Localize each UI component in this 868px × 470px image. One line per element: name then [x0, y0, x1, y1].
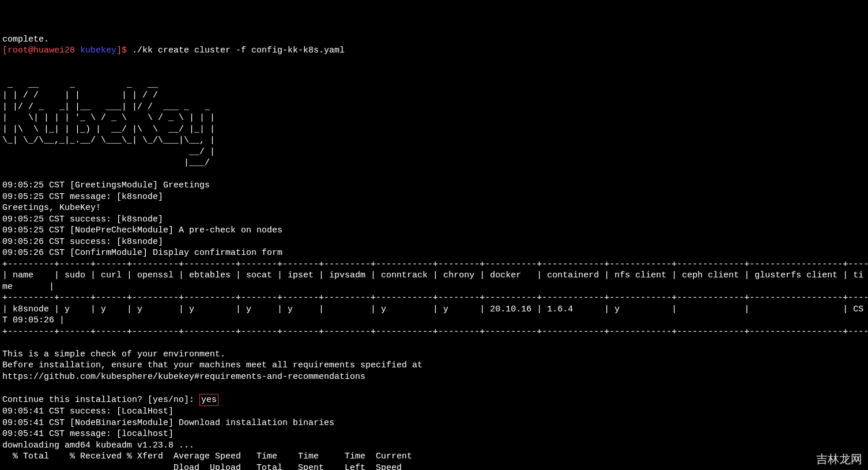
- info-line: https://github.com/kubesphere/kubekey#re…: [2, 372, 365, 382]
- log-line: 09:05:41 CST [NodeBinariesModule] Downlo…: [2, 418, 334, 428]
- log-line: downloading amd64 kubeadm v1.23.8 ...: [2, 441, 194, 450]
- prompt-user-host: [root@huawei28: [2, 46, 80, 55]
- log-line: 09:05:25 CST [NodePreCheckModule] A pre-…: [2, 225, 282, 235]
- table-row: | k8snode | y | y | y | y | y | y | | y …: [2, 304, 863, 314]
- info-line: This is a simple check of your environme…: [2, 349, 225, 359]
- table-header-wrap: me |: [2, 282, 54, 292]
- curl-header: Dload Upload Total Spent Left Speed: [2, 463, 402, 471]
- curl-header: % Total % Received % Xferd Average Speed…: [2, 452, 412, 461]
- log-line: 09:05:25 CST message: [k8snode]: [2, 192, 163, 202]
- log-line: 09:05:25 CST [GreetingsModule] Greetings: [2, 181, 210, 190]
- prompt-cwd: kubekey: [80, 46, 116, 55]
- watermark: 吉林龙网: [816, 452, 862, 467]
- info-line: Before installation, ensure that your ma…: [2, 360, 422, 370]
- truncated-line: complete.: [2, 35, 49, 44]
- log-line: 09:05:25 CST success: [k8snode]: [2, 215, 163, 224]
- command-text: ./kk create cluster -f config-kk-k8s.yam…: [132, 46, 345, 55]
- confirm-prompt: Continue this installation? [yes/no]:: [2, 395, 199, 405]
- terminal-output[interactable]: complete. [root@huawei28 kubekey]$ ./kk …: [0, 34, 868, 471]
- log-line: Greetings, KubeKey!: [2, 203, 101, 213]
- log-line: 09:05:26 CST success: [k8snode]: [2, 237, 163, 247]
- log-line: 09:05:26 CST [ConfirmModule] Display con…: [2, 248, 282, 258]
- table-header: | name | sudo | curl | openssl | ebtable…: [2, 270, 863, 280]
- log-line: 09:05:41 CST success: [LocalHost]: [2, 407, 173, 416]
- table-border: +---------+------+------+---------+-----…: [2, 327, 868, 337]
- log-line: 09:05:41 CST message: [localhost]: [2, 429, 173, 439]
- table-border: +---------+------+------+---------+-----…: [2, 260, 868, 269]
- table-row-wrap: T 09:05:26 |: [2, 315, 65, 325]
- ascii-logo: _ __ _ _ __ | | / / | | | | / / | |/ / _…: [2, 80, 215, 168]
- prompt-suffix: ]$: [116, 46, 132, 55]
- confirm-answer[interactable]: yes: [199, 394, 218, 407]
- table-border: +---------+------+------+---------+-----…: [2, 293, 868, 303]
